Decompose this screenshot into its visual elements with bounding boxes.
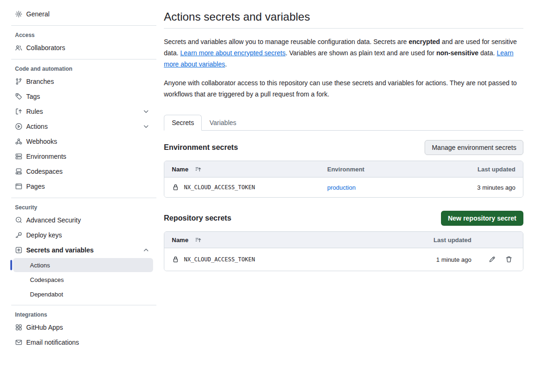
column-header-label: Name (172, 166, 188, 173)
edit-secret-button[interactable] (485, 253, 499, 266)
column-header-name[interactable]: Name (164, 166, 320, 173)
sidebar-item-label: Branches (26, 78, 153, 85)
secrets-variables-tabnav: Secrets Variables (164, 115, 523, 131)
key-asterisk-icon (15, 246, 22, 254)
secret-name-cell: NX_CLOUD_ACCESS_TOKEN (164, 184, 320, 191)
gear-icon (15, 10, 22, 18)
sidebar-item-label: Pages (26, 183, 153, 190)
repository-secret-row: NX_CLOUD_ACCESS_TOKEN 1 minute ago (164, 248, 523, 271)
sidebar-item-label: Secrets and variables (26, 246, 142, 254)
sidebar-item-label: Webhooks (26, 138, 153, 145)
sidebar-section-code-automation: Code and automation Branches Tags Rules (11, 59, 156, 194)
column-header-environment: Environment (320, 166, 448, 173)
codescan-icon (15, 216, 22, 224)
page-title: Actions secrets and variables (164, 10, 523, 29)
column-header-label: Name (172, 237, 188, 244)
sort-ascending-icon (195, 237, 202, 244)
chevron-up-icon (142, 246, 150, 254)
sidebar-item-label: Actions (26, 123, 142, 130)
last-updated-cell: 3 minutes ago (448, 184, 523, 191)
sidebar-item-pages[interactable]: Pages (11, 179, 156, 194)
environment-cell: production (320, 184, 448, 191)
sidebar-item-branches[interactable]: Branches (11, 74, 156, 89)
secret-name: NX_CLOUD_ACCESS_TOKEN (184, 256, 255, 263)
sidebar-item-label: Environments (26, 153, 153, 160)
sidebar-item-label: Advanced Security (26, 216, 153, 224)
tab-variables[interactable]: Variables (202, 115, 243, 130)
sidebar-item-label: General (26, 10, 153, 18)
sidebar-item-environments[interactable]: Environments (11, 149, 156, 164)
sidebar-section-security: Security Advanced Security Deploy keys S… (11, 198, 156, 301)
sidebar-item-advanced-security[interactable]: Advanced Security (11, 213, 156, 228)
sidebar-subitem-actions[interactable]: Actions (13, 258, 153, 272)
webhook-icon (15, 138, 22, 145)
new-repository-secret-button[interactable]: New repository secret (441, 211, 523, 226)
sidebar-item-github-apps[interactable]: GitHub Apps (11, 320, 156, 335)
environment-secrets-table: Name Environment Last updated NX_CLOUD_A… (164, 161, 523, 198)
settings-page: General Access Collaborators Code and au… (0, 0, 551, 350)
sidebar-subitem-dependabot[interactable]: Dependabot (13, 287, 153, 301)
sidebar-item-rules[interactable]: Rules (11, 104, 156, 119)
tab-secrets[interactable]: Secrets (164, 115, 202, 131)
intro-text-segment: . (225, 60, 227, 68)
intro-paragraph-1: Secrets and variables allow you to manag… (164, 36, 523, 70)
environment-link[interactable]: production (327, 184, 356, 191)
sidebar-item-tags[interactable]: Tags (11, 89, 156, 104)
sidebar-item-actions[interactable]: Actions (11, 119, 156, 134)
lock-icon (172, 256, 179, 263)
column-header-last-updated: Last updated (406, 237, 471, 244)
chevron-down-icon (142, 108, 150, 115)
repository-secrets-header: Repository secrets New repository secret (164, 211, 523, 226)
sidebar-item-label: Collaborators (26, 44, 153, 52)
sidebar-section-header: Access (11, 30, 156, 40)
sidebar-item-label: Tags (26, 93, 153, 100)
sidebar-section-header: Code and automation (11, 63, 156, 74)
key-icon (15, 231, 22, 239)
browser-icon (15, 183, 22, 190)
sidebar-item-deploy-keys[interactable]: Deploy keys (11, 228, 156, 243)
intro-paragraph-2: Anyone with collaborator access to this … (164, 77, 523, 100)
secret-name-cell: NX_CLOUD_ACCESS_TOKEN (164, 256, 406, 263)
sidebar-item-label: Email notifications (26, 339, 153, 346)
sidebar-item-label: Rules (26, 108, 142, 115)
column-header-last-updated: Last updated (448, 166, 523, 173)
apps-icon (15, 324, 22, 331)
settings-sidebar: General Access Collaborators Code and au… (0, 7, 156, 350)
environment-secrets-table-header: Name Environment Last updated (164, 161, 523, 178)
environment-secrets-title: Environment secrets (164, 143, 238, 152)
sidebar-section-general: General (11, 7, 156, 22)
codespaces-icon (15, 168, 22, 175)
sidebar-item-email-notifications[interactable]: Email notifications (11, 335, 156, 350)
sidebar-subitem-label: Codespaces (30, 276, 64, 283)
column-header-name[interactable]: Name (164, 237, 406, 244)
play-icon (15, 123, 22, 130)
sort-ascending-icon (195, 166, 202, 173)
intro-bold-encrypted: encrypted (409, 38, 440, 45)
pencil-icon (488, 256, 496, 263)
environment-secrets-header: Environment secrets Manage environment s… (164, 140, 523, 155)
main-content: Actions secrets and variables Secrets an… (164, 7, 523, 350)
sidebar-item-label: Deploy keys (26, 231, 153, 239)
last-updated-cell: 1 minute ago (406, 256, 471, 263)
chevron-down-icon (142, 123, 150, 130)
sidebar-item-codespaces[interactable]: Codespaces (11, 164, 156, 179)
learn-more-encrypted-secrets-link[interactable]: Learn more about encrypted secrets (180, 49, 286, 57)
delete-secret-button[interactable] (502, 253, 515, 266)
sidebar-subitem-label: Dependabot (30, 291, 63, 298)
repository-secrets-table-header: Name Last updated (164, 232, 523, 248)
tag-icon (15, 93, 22, 100)
intro-text-segment: . Variables are shown as plain text and … (286, 49, 436, 57)
sidebar-item-general[interactable]: General (11, 7, 156, 22)
sidebar-item-label: GitHub Apps (26, 324, 153, 331)
sidebar-item-secrets-and-variables[interactable]: Secrets and variables (11, 243, 156, 258)
sidebar-subitem-label: Actions (30, 262, 50, 269)
lock-icon (172, 184, 179, 191)
manage-environment-secrets-button[interactable]: Manage environment secrets (425, 140, 523, 155)
sidebar-item-webhooks[interactable]: Webhooks (11, 134, 156, 149)
sidebar-subitem-codespaces[interactable]: Codespaces (13, 273, 153, 287)
sidebar-item-collaborators[interactable]: Collaborators (11, 40, 156, 55)
repository-secrets-table: Name Last updated NX_CLOUD_ACCESS_TOKEN … (164, 231, 523, 271)
secret-name: NX_CLOUD_ACCESS_TOKEN (184, 184, 255, 191)
repository-secrets-title: Repository secrets (164, 214, 231, 222)
trash-icon (505, 256, 513, 263)
